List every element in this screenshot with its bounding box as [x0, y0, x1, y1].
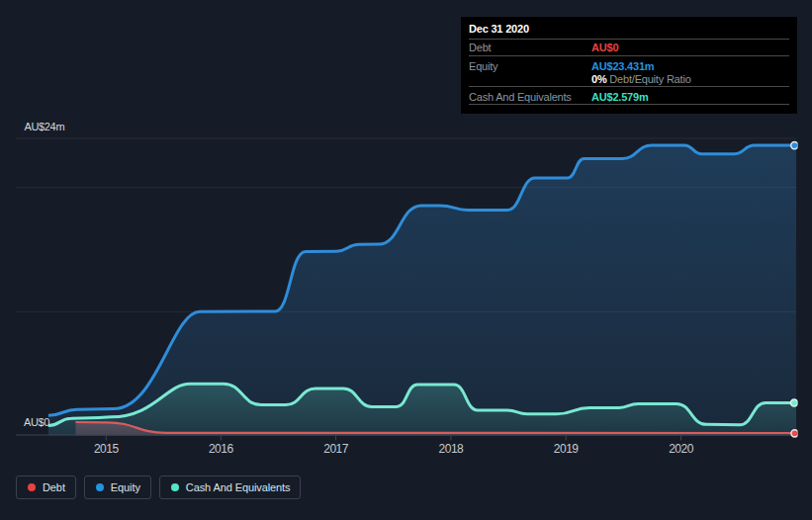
svg-text:2020: 2020: [669, 442, 694, 456]
svg-text:2016: 2016: [209, 442, 234, 456]
svg-text:AU$0: AU$0: [24, 416, 49, 428]
svg-text:2015: 2015: [94, 442, 120, 456]
svg-text:2017: 2017: [323, 442, 349, 456]
svg-text:2019: 2019: [554, 442, 580, 456]
svg-text:AU$24m: AU$24m: [25, 121, 65, 132]
svg-text:2018: 2018: [439, 442, 465, 456]
